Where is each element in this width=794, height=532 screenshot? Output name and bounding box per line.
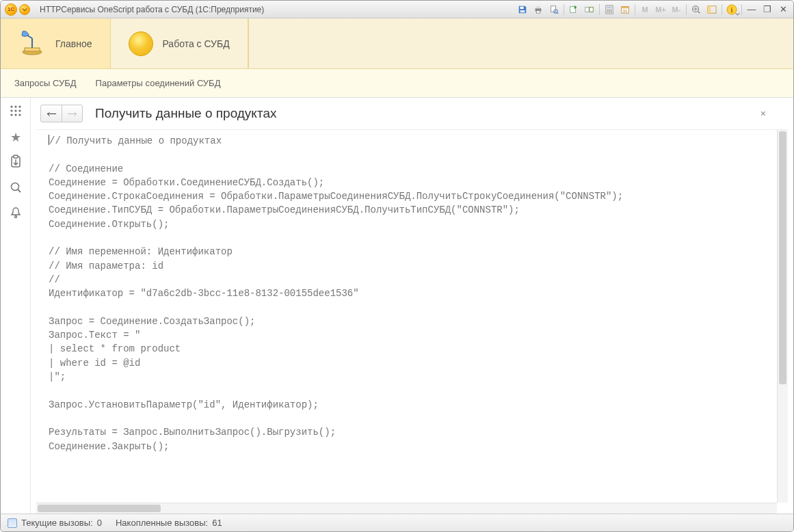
svg-point-36 [18, 105, 21, 107]
svg-point-35 [14, 105, 16, 107]
grid-icon[interactable] [10, 105, 22, 120]
svg-point-34 [10, 105, 12, 107]
compare-icon[interactable] [583, 3, 596, 16]
status-bar: Текущие вызовы: 0 Накопленные вызовы: 61 [1, 514, 793, 531]
svg-point-47 [14, 216, 16, 218]
memory-m-button[interactable]: M [639, 3, 651, 16]
svg-rect-14 [609, 10, 610, 11]
tb-divider [722, 4, 722, 15]
horizontal-scrollbar[interactable] [36, 503, 777, 514]
zoom-in-icon[interactable] [690, 3, 702, 16]
svg-point-37 [10, 109, 12, 111]
app-menu-dropdown[interactable] [19, 4, 30, 15]
page-title: Получить данные о продуктах [95, 106, 276, 121]
section-tabs: Главное Работа с СУБД [1, 18, 793, 69]
nav-history: 🡐 🡒 [40, 105, 83, 122]
svg-point-40 [10, 114, 12, 116]
svg-rect-12 [607, 6, 612, 8]
svg-point-41 [14, 114, 16, 116]
window-restore-button[interactable]: ❐ [761, 3, 773, 16]
tb-divider [686, 4, 687, 15]
section-tab-subd[interactable]: Работа с СУБД [111, 18, 248, 68]
subnav-queries[interactable]: Запросы СУБД [14, 78, 77, 88]
section-tabs-filler [248, 18, 793, 68]
status-current-calls-label: Текущие вызовы: [21, 518, 93, 528]
subnav-conn-params[interactable]: Параметры соединений СУБД [96, 78, 221, 88]
calendar-icon[interactable]: 31 [619, 3, 631, 16]
title-bar: 1C HTTPСервисы OneScript работа с СУБД (… [1, 1, 793, 18]
calculator-icon[interactable] [603, 3, 616, 16]
panels-icon[interactable] [706, 3, 718, 16]
svg-point-45 [11, 183, 18, 191]
svg-point-38 [14, 109, 16, 111]
app-logo-icon[interactable]: 1C [5, 3, 17, 16]
save-icon[interactable] [516, 3, 529, 16]
window-title: HTTPСервисы OneScript работа с СУБД (1С:… [40, 5, 264, 14]
svg-rect-18 [611, 11, 612, 12]
title-bar-tools: 31 M M+ M- i — ❐ ✕ [516, 3, 789, 16]
svg-rect-1 [520, 10, 525, 12]
svg-point-42 [18, 114, 21, 116]
svg-rect-17 [609, 11, 610, 12]
svg-text:31: 31 [623, 8, 628, 12]
memory-mminus-button[interactable]: M- [670, 3, 683, 16]
nav-forward-button[interactable]: 🡒 [62, 105, 82, 122]
svg-rect-3 [536, 5, 540, 8]
code-scroll[interactable]: // Получить данные о продуктах // Соедин… [36, 130, 777, 503]
svg-rect-15 [611, 10, 612, 11]
tb-divider [599, 4, 600, 15]
content-area: 🡐 🡒 Получить данные о продуктах × // Пол… [31, 98, 793, 514]
body: ★ 🡐 🡒 Получить данные о продуктах × // П… [1, 98, 793, 514]
title-bar-left: 1C [5, 3, 30, 16]
clipboard-icon[interactable] [10, 155, 22, 172]
svg-rect-16 [607, 11, 609, 12]
tb-divider [635, 4, 635, 15]
status-current-calls-value: 0 [97, 518, 102, 528]
svg-text:i: i [730, 5, 732, 14]
svg-rect-5 [551, 5, 556, 12]
tb-divider [741, 4, 742, 15]
memory-mplus-button[interactable]: M+ [654, 3, 667, 16]
section-tab-label: Работа с СУБД [163, 38, 230, 49]
svg-rect-9 [585, 7, 589, 12]
svg-rect-4 [536, 10, 540, 13]
code-text[interactable]: // Получить данные о продуктах // Соедин… [49, 134, 777, 453]
subnav: Запросы СУБД Параметры соединений СУБД [1, 69, 793, 98]
star-icon[interactable]: ★ [10, 130, 21, 145]
svg-rect-27 [708, 5, 711, 13]
svg-point-39 [18, 109, 21, 111]
help-icon[interactable]: i [726, 3, 738, 16]
scrollbar-thumb[interactable] [38, 505, 161, 512]
goto-icon[interactable] [568, 3, 580, 16]
section-tab-main[interactable]: Главное [1, 18, 111, 68]
search-icon[interactable] [10, 181, 22, 197]
scrollbar-thumb[interactable] [779, 131, 786, 384]
status-accumulated-calls-label: Накопленные вызовы: [116, 518, 208, 528]
print-icon[interactable] [532, 3, 544, 16]
window-close-button[interactable]: ✕ [777, 3, 789, 16]
section-tab-label: Главное [55, 38, 92, 49]
svg-line-7 [557, 12, 558, 14]
svg-rect-44 [14, 155, 18, 158]
desk-lamp-icon [18, 29, 46, 58]
status-db-icon [8, 518, 17, 528]
svg-rect-13 [607, 10, 609, 11]
status-accumulated-calls-value: 61 [212, 518, 222, 528]
window-minimize-button[interactable]: — [745, 3, 758, 16]
svg-rect-0 [520, 6, 524, 9]
svg-line-46 [18, 189, 21, 192]
coin-icon [129, 31, 153, 56]
nav-back-button[interactable]: 🡐 [41, 105, 62, 122]
bell-icon[interactable] [10, 207, 22, 222]
svg-rect-31 [25, 48, 40, 51]
left-rail: ★ [1, 98, 31, 514]
tb-divider [564, 4, 564, 15]
vertical-scrollbar[interactable] [777, 130, 788, 503]
chevron-down-icon [22, 7, 27, 12]
print-preview-icon[interactable] [548, 3, 560, 16]
svg-line-25 [698, 11, 700, 13]
page-close-button[interactable]: × [760, 108, 784, 119]
svg-rect-10 [590, 7, 593, 12]
code-area: // Получить данные о продуктах // Соедин… [36, 129, 788, 503]
content-header: 🡐 🡒 Получить данные о продуктах × [36, 103, 788, 129]
